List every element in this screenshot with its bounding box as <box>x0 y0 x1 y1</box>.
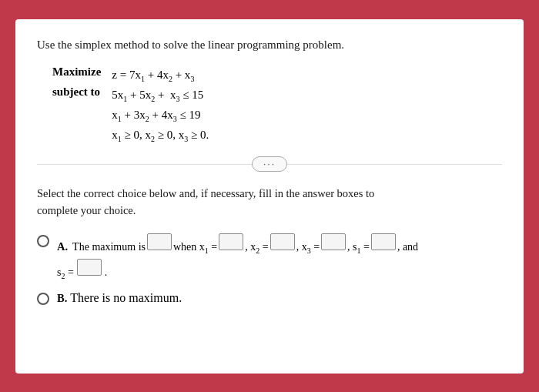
maximum-value-box[interactable] <box>147 233 172 250</box>
maximize-label: Maximize <box>52 65 112 85</box>
problem-intro-text: Use the simplex method to solve the line… <box>37 39 344 51</box>
select-text-line2: complete your choice. <box>37 204 136 216</box>
s2-value-box[interactable] <box>77 259 102 276</box>
choices: A. The maximum is when x1 = , x2 = , x3 … <box>37 233 502 306</box>
x1-value-box[interactable] <box>219 233 243 250</box>
s1-label: , s1 = <box>347 237 370 258</box>
choice-a-radio[interactable] <box>37 235 49 247</box>
choice-b-radio[interactable] <box>37 293 49 305</box>
choice-b-text: There is no maximum. <box>70 291 182 305</box>
divider-right <box>287 164 502 165</box>
s1-value-box[interactable] <box>371 233 396 250</box>
dots-button[interactable]: ··· <box>252 156 287 172</box>
choice-a-answer-row: A. The maximum is when x1 = , x2 = , x3 … <box>57 233 502 258</box>
choice-a-container: A. The maximum is when x1 = , x2 = , x3 … <box>37 233 502 281</box>
maximize-row: Maximize z = 7x1 + 4x2 + x3 <box>52 65 209 85</box>
subject-to-label: subject to <box>52 85 112 146</box>
choice-a-content: A. The maximum is when x1 = , x2 = , x3 … <box>57 233 502 281</box>
choice-b-label: B. <box>57 292 67 305</box>
math-problem: Maximize z = 7x1 + 4x2 + x3 subject to 5… <box>52 65 209 146</box>
objective-text: z = 7x1 + 4x2 + x3 <box>112 65 209 85</box>
maximum-text-pre: The maximum is <box>72 237 146 256</box>
x2-label: , x2 = <box>245 237 268 258</box>
x3-label: , x3 = <box>296 237 320 258</box>
choice-a-label: A. <box>57 236 68 256</box>
divider-left <box>37 164 252 165</box>
x3-value-box[interactable] <box>321 233 346 250</box>
select-instruction: Select the correct choice below and, if … <box>37 186 502 219</box>
objective-function: z = 7x1 + 4x2 + x3 <box>112 65 209 85</box>
problem-intro: Use the simplex method to solve the line… <box>37 36 502 54</box>
and-text: , and <box>397 237 418 256</box>
main-card: Use the simplex method to solve the line… <box>15 19 524 374</box>
constraints: 5x1 + 5x2 + x3 ≤ 15 x1 + 3x2 + 4x3 ≤ 19 … <box>112 85 209 146</box>
when-x1-text: when x1 = <box>173 237 217 258</box>
choice-b-container: B. There is no maximum. <box>37 291 502 305</box>
s2-period: . <box>105 266 108 279</box>
divider-section: ··· <box>37 156 502 172</box>
x2-value-box[interactable] <box>270 233 295 250</box>
select-text-line1: Select the correct choice below and, if … <box>37 187 374 199</box>
constraint-3: x1 ≥ 0, x2 ≥ 0, x3 ≥ 0. <box>112 126 209 146</box>
subject-to-row: subject to 5x1 + 5x2 + x3 ≤ 15 x1 + 3x2 … <box>52 85 209 146</box>
s2-label: s2 = <box>57 266 74 280</box>
constraint-1: 5x1 + 5x2 + x3 ≤ 15 <box>112 85 209 106</box>
s2-row: s2 = . <box>57 259 502 280</box>
constraint-2: x1 + 3x2 + 4x3 ≤ 19 <box>112 106 209 126</box>
